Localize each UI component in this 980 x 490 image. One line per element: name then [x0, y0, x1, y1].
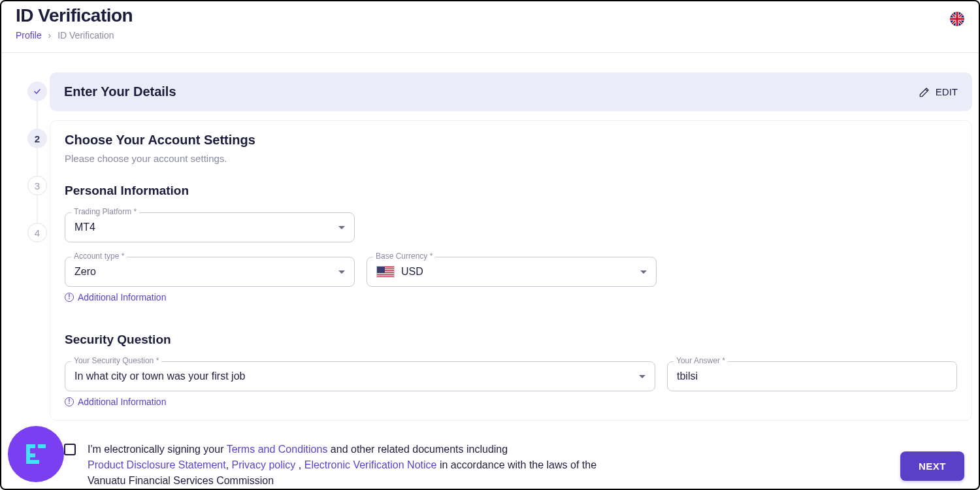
svg-rect-7	[377, 275, 395, 276]
base-currency-label: Base Currency *	[373, 252, 435, 261]
page-title: ID Verification	[16, 5, 133, 26]
security-question-field: Your Security Question * In what city or…	[65, 361, 655, 407]
check-icon	[33, 87, 42, 96]
info-icon: !	[65, 293, 74, 302]
page-header: ID Verification Profile › ID Verificatio…	[1, 1, 979, 41]
breadcrumb-separator: ›	[48, 30, 52, 41]
flag-us-icon	[376, 266, 395, 278]
pencil-icon	[919, 86, 930, 98]
chevron-down-icon	[640, 270, 647, 274]
svg-rect-9	[377, 267, 385, 273]
base-currency-select[interactable]: USD	[367, 257, 657, 287]
privacy-policy-link[interactable]: Privacy policy	[232, 459, 296, 470]
info-icon: !	[65, 397, 74, 406]
consent-text: I'm electronically signing your Terms an…	[88, 442, 596, 489]
trading-platform-value: MT4	[74, 221, 95, 233]
product-disclosure-link[interactable]: Product Disclosure Statement	[88, 459, 226, 470]
brand-logo-badge[interactable]	[8, 426, 64, 482]
your-answer-input-wrapper	[667, 361, 957, 391]
your-answer-label: Your Answer *	[674, 356, 728, 365]
base-currency-field: Base Currency * USD	[367, 257, 657, 302]
base-currency-value: USD	[401, 266, 423, 278]
step-2-active: 2	[27, 129, 47, 148]
account-type-field: Account type * Zero ! Additional Informa…	[65, 257, 355, 302]
edit-label: EDIT	[936, 86, 958, 97]
info-label: Additional Information	[78, 397, 166, 407]
step-connector	[37, 195, 38, 223]
step-1-done	[27, 82, 47, 101]
breadcrumb-current: ID Verification	[57, 30, 114, 41]
trading-platform-label: Trading Platform *	[71, 207, 139, 216]
step2-subtitle: Please choose your account settings.	[65, 153, 957, 164]
step-4: 4	[27, 223, 47, 242]
electronic-verification-link[interactable]: Electronic Verification Notice	[304, 459, 437, 470]
section-personal-info: Personal Information	[65, 184, 957, 198]
security-question-label: Your Security Question *	[71, 356, 161, 365]
breadcrumb-profile-link[interactable]: Profile	[16, 30, 42, 41]
step-3: 3	[27, 176, 47, 195]
language-flag-uk-icon[interactable]	[950, 12, 964, 26]
brand-logo-icon	[20, 438, 52, 470]
account-type-label: Account type *	[71, 252, 127, 261]
edit-button[interactable]: EDIT	[919, 86, 958, 98]
your-answer-input[interactable]	[677, 370, 947, 382]
your-answer-field: Your Answer *	[667, 361, 957, 407]
step1-title: Enter Your Details	[64, 84, 176, 99]
account-type-value: Zero	[74, 266, 96, 278]
step-connector	[37, 148, 38, 176]
step2-card: Choose Your Account Settings Please choo…	[50, 120, 972, 421]
breadcrumb: Profile › ID Verification	[16, 30, 133, 41]
account-type-select[interactable]: Zero	[65, 257, 355, 287]
security-question-value: In what city or town was your first job	[74, 370, 245, 382]
next-button[interactable]: NEXT	[900, 451, 964, 481]
trading-platform-field: Trading Platform * MT4	[65, 212, 355, 242]
svg-rect-6	[377, 273, 395, 274]
section-security-question: Security Question	[65, 333, 957, 347]
info-label: Additional Information	[78, 292, 166, 302]
svg-rect-8	[377, 276, 395, 277]
chevron-down-icon	[338, 226, 345, 229]
chevron-down-icon	[338, 270, 345, 274]
security-question-select[interactable]: In what city or town was your first job	[65, 361, 655, 391]
step1-summary-card: Enter Your Details EDIT	[50, 73, 972, 111]
security-question-info-link[interactable]: ! Additional Information	[65, 397, 655, 407]
consent-row: I'm electronically signing your Terms an…	[64, 442, 958, 489]
step2-title: Choose Your Account Settings	[65, 133, 957, 148]
consent-checkbox[interactable]	[64, 444, 76, 455]
trading-platform-select[interactable]: MT4	[65, 212, 355, 242]
account-type-info-link[interactable]: ! Additional Information	[65, 292, 355, 302]
chevron-down-icon	[639, 375, 645, 378]
terms-and-conditions-link[interactable]: Terms and Conditions	[227, 444, 328, 455]
step-connector	[37, 101, 38, 129]
